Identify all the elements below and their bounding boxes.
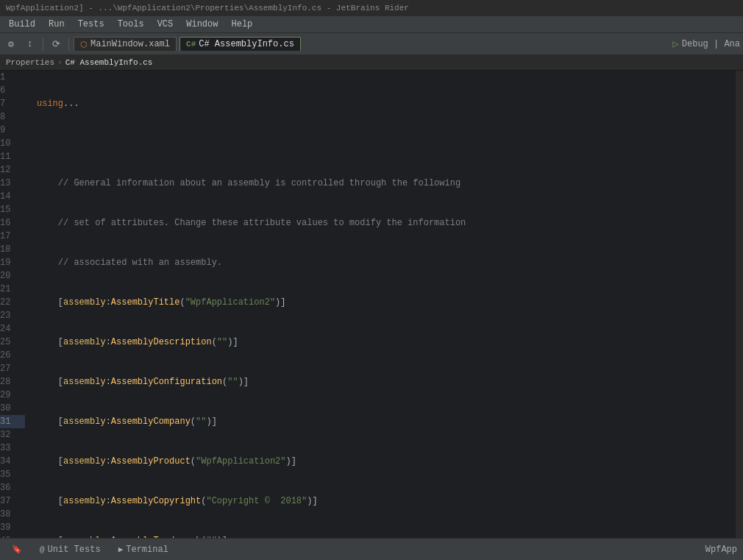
ln-19: 19	[0, 256, 25, 269]
code-line-12: [assembly: AssemblyConfiguration("")]	[37, 375, 736, 389]
ln-29: 29	[0, 389, 25, 402]
ln-17: 17	[0, 230, 25, 243]
unit-tests-icon: @	[40, 545, 45, 554]
debug-label: Debug | Ana	[682, 39, 740, 49]
code-line-14: [assembly: AssemblyProduct("WpfApplicati…	[37, 455, 736, 468]
sync-button[interactable]: ⟳	[48, 36, 64, 52]
editor: 1 6 7 8 9 10 11 12 13 14 15 16 17 18 19 …	[0, 71, 743, 538]
code-line-15: [assembly: AssemblyCopyright("Copyright …	[37, 495, 736, 508]
code-line-13: [assembly: AssemblyCompany("")]	[37, 415, 736, 428]
line-numbers: 1 6 7 8 9 10 11 12 13 14 15 16 17 18 19 …	[0, 71, 31, 538]
unit-tests-label: Unit Tests	[48, 545, 101, 555]
settings-button[interactable]: ⚙	[3, 36, 19, 52]
ln-20: 20	[0, 269, 25, 283]
main-area: 1 6 7 8 9 10 11 12 13 14 15 16 17 18 19 …	[0, 71, 743, 538]
ln-36: 36	[0, 481, 25, 495]
ln-30: 30	[0, 402, 25, 415]
bottom-tab-unit-tests[interactable]: @ Unit Tests	[34, 543, 107, 556]
ln-39: 39	[0, 521, 25, 534]
ln-38: 38	[0, 508, 25, 521]
menu-build[interactable]: Build	[3, 18, 41, 31]
bottom-tab-bookmarks[interactable]: 🔖	[6, 543, 28, 556]
separator2	[68, 38, 69, 51]
code-line-11: [assembly: AssemblyDescription("")]	[37, 336, 736, 349]
ln-31: 31	[0, 415, 25, 428]
ln-6: 6	[0, 84, 25, 97]
bottom-tab-terminal[interactable]: ▶ Terminal	[113, 543, 174, 556]
ln-9: 9	[0, 124, 25, 137]
tab-assemblyinfo[interactable]: C# C# AssemblyInfo.cs	[179, 37, 301, 51]
menu-bar: Build Run Tests Tools VCS Window Help	[0, 16, 743, 32]
ln-22: 22	[0, 296, 25, 309]
ln-27: 27	[0, 362, 25, 375]
ln-15: 15	[0, 203, 25, 216]
title-bar: WpfApplication2] - ...\WpfApplication2\P…	[0, 0, 743, 16]
ln-26: 26	[0, 349, 25, 362]
separator	[43, 38, 43, 51]
ln-7: 7	[0, 97, 25, 110]
debug-area: ▷ Debug | Ana	[672, 38, 740, 50]
toolbar: ⚙ ↕ ⟳ ⬡ MainWindow.xaml C# C# AssemblyIn…	[0, 32, 743, 54]
ln-8: 8	[0, 110, 25, 124]
code-line-1: using ...	[37, 97, 736, 110]
menu-tests[interactable]: Tests	[72, 18, 110, 31]
ln-37: 37	[0, 495, 25, 508]
ln-33: 33	[0, 442, 25, 455]
breadcrumb-part1[interactable]: Properties	[6, 58, 54, 67]
code-area: 1 6 7 8 9 10 11 12 13 14 15 16 17 18 19 …	[0, 71, 743, 538]
ln-10: 10	[0, 137, 25, 150]
ln-28: 28	[0, 375, 25, 389]
tab-assemblyinfo-label: C# AssemblyInfo.cs	[199, 39, 294, 49]
code-content[interactable]: using ... // General information about a…	[31, 71, 736, 538]
ln-16: 16	[0, 216, 25, 230]
bookmarks-icon: 🔖	[12, 545, 22, 554]
tab-mainwindow-icon: ⬡	[80, 40, 88, 49]
vertical-scrollbar[interactable]	[736, 71, 743, 538]
menu-window[interactable]: Window	[180, 18, 224, 31]
code-line-6	[37, 137, 736, 150]
ln-34: 34	[0, 455, 25, 468]
bottom-bar: 🔖 @ Unit Tests ▶ Terminal WpfApp	[0, 538, 743, 560]
ln-35: 35	[0, 468, 25, 481]
menu-vcs[interactable]: VCS	[152, 18, 179, 31]
menu-run[interactable]: Run	[43, 18, 71, 31]
title-text: WpfApplication2] - ...\WpfApplication2\P…	[6, 4, 409, 13]
terminal-label: Terminal	[126, 545, 168, 555]
ln-23: 23	[0, 309, 25, 322]
ln-14: 14	[0, 190, 25, 203]
tab-mainwindow-label: MainWindow.xaml	[90, 39, 170, 49]
breadcrumb-part2[interactable]: C# AssemblyInfo.cs	[65, 58, 153, 67]
debug-run-icon[interactable]: ▷	[672, 38, 678, 50]
breadcrumb: Properties › C# AssemblyInfo.cs	[0, 54, 743, 71]
menu-tools[interactable]: Tools	[112, 18, 150, 31]
terminal-icon: ▶	[118, 545, 124, 554]
ln-11: 11	[0, 150, 25, 163]
ln-1: 1	[0, 71, 25, 84]
ln-12: 12	[0, 163, 25, 177]
code-line-7: // General information about an assembly…	[37, 177, 736, 190]
ln-18: 18	[0, 243, 25, 256]
status-label: WpfApp	[705, 545, 737, 555]
ln-13: 13	[0, 177, 25, 190]
tab-mainwindow[interactable]: ⬡ MainWindow.xaml	[74, 37, 177, 51]
pin-button[interactable]: ↕	[22, 36, 38, 52]
breadcrumb-sep: ›	[57, 58, 63, 67]
ln-21: 21	[0, 283, 25, 296]
ln-25: 25	[0, 336, 25, 349]
code-line-10: [assembly: AssemblyTitle("WpfApplication…	[37, 296, 736, 309]
code-line-8: // set of attributes. Change these attri…	[37, 216, 736, 230]
menu-help[interactable]: Help	[225, 18, 258, 31]
tab-assemblyinfo-icon: C#	[186, 40, 196, 49]
ln-32: 32	[0, 428, 25, 442]
code-line-9: // associated with an assembly.	[37, 256, 736, 269]
ln-24: 24	[0, 322, 25, 336]
